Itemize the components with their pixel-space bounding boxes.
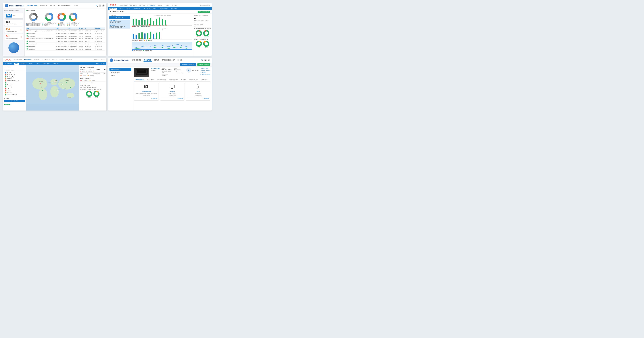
nav3-alarms[interactable]: ALARMS (33, 59, 40, 61)
nav-setup[interactable]: SETUP (50, 5, 56, 7)
devices-label: DEVICES: (80, 69, 86, 70)
calls-tab-endpoints[interactable]: Endpoints (90, 82, 95, 84)
nav2-statistics[interactable]: STATISTICS (147, 4, 156, 6)
add-button[interactable]: ADD (94, 62, 100, 64)
tab3-lines[interactable]: LINES (28, 63, 34, 65)
tree-item[interactable]: IPPBND (4, 78, 25, 80)
nav-dashboard[interactable]: DASHBOARD (27, 5, 38, 7)
calls-tab-devices[interactable]: Devices (80, 82, 84, 84)
tree-item[interactable]: Singapore (4, 84, 25, 86)
nav-monitor[interactable]: MONITOR (40, 5, 48, 7)
calls-tabs: Devices Links Endpoints (80, 82, 106, 84)
network-topology-button[interactable]: Network Topology (197, 63, 210, 66)
nav4-dashboard[interactable]: DASHBOARD (131, 59, 142, 62)
peripheral-connected-1: Connected (161, 97, 183, 99)
bar-group-12 (165, 20, 167, 26)
sidebar-item-devices-status[interactable]: Devices Status (110, 71, 132, 74)
add-filter-button-p3[interactable]: ADD FILTER (4, 100, 25, 102)
active-filter-chip[interactable]: New York (4, 104, 10, 105)
tab3-groups[interactable]: GROUPS (52, 63, 59, 65)
tab2-devices[interactable]: DEVICES (110, 8, 117, 10)
refresh-details-link[interactable]: ⟳ Refresh details (200, 74, 210, 75)
tab4-network-info[interactable]: NETWORK INFO (155, 79, 168, 81)
tree-item[interactable]: IPPBND-TESTtenant (4, 80, 25, 82)
tab4-summary[interactable]: SUMMARY (146, 79, 155, 81)
tab2-pm[interactable]: PM PROFILES (159, 8, 169, 10)
settings-icon[interactable]: ⚙ (99, 5, 101, 7)
restart-link[interactable]: ↻ Restart (200, 72, 210, 73)
tab4-advanced[interactable]: ADVANCED (199, 79, 209, 81)
nav3-network[interactable]: NETWORK (24, 59, 32, 61)
tree-item-label: Devices_Agents (7, 76, 16, 78)
nav2-calls[interactable]: CALLS (157, 4, 163, 6)
nav2-users[interactable]: USERS (164, 4, 170, 6)
successful-donut (203, 30, 209, 36)
tab3-map[interactable]: MAP (14, 63, 19, 65)
tab3-devices[interactable]: DEVICES (20, 63, 27, 65)
tab3-endpoints[interactable]: ENDPOINTS (42, 63, 51, 65)
tab2-lines[interactable]: LINES (118, 8, 124, 10)
update-software-link[interactable]: ↑ Update software (200, 70, 210, 71)
nav2-network[interactable]: NETWORK (129, 4, 138, 6)
tab4-version-info[interactable]: VERSION INFO (168, 79, 180, 81)
tree-item[interactable]: AudioCodes (4, 72, 25, 74)
generate-config-button[interactable]: Generate Configuration (180, 63, 196, 66)
bar-group-6 (147, 19, 150, 26)
nav4-monitor[interactable]: MONITOR (144, 59, 152, 62)
nav4-setup[interactable]: SETUP (154, 59, 160, 62)
calls-tab-links[interactable]: Links (86, 82, 88, 84)
tab2-ad-user[interactable]: AD USER LOCATIONS (142, 8, 157, 10)
tree-item[interactable]: Link (4, 82, 25, 84)
apps-icon[interactable]: ⊞ (102, 5, 104, 7)
svg-point-17 (57, 90, 58, 91)
nav2-alarms[interactable]: ALARMS (138, 4, 146, 6)
tree-item[interactable]: Devices_Agents (4, 76, 25, 78)
nav3-calls[interactable]: CALLS (52, 59, 57, 61)
cell-display: Leon Kramer (26, 40, 55, 43)
nav2-system[interactable]: SYSTEM (171, 4, 178, 6)
tree-item[interactable]: USA (4, 88, 25, 90)
tree-list: AudioCodes BizPhaTenant Devices_Agents I… (4, 72, 25, 96)
peripheral-connected-2: Connected (187, 97, 209, 99)
nav4-troubleshoot[interactable]: TROUBLESHOOT (162, 59, 176, 62)
max-concurrent-val: 3 (194, 22, 211, 23)
auto-refresh-button[interactable]: Stop Auto Refresh (198, 11, 210, 13)
nav-epos[interactable]: EPOS (73, 5, 78, 7)
tab2-sites[interactable]: SITES (125, 8, 130, 10)
tree-item[interactable]: Whatever (4, 92, 25, 94)
tab2-reports[interactable]: REPORTS (170, 8, 178, 10)
add-filter-button[interactable]: ADD FILTER (109, 17, 130, 19)
cell-mac: 000089F4B8C78 (68, 32, 78, 35)
nav-troubleshoot[interactable]: TROUBLESHOOT (57, 5, 71, 7)
tree-item[interactable]: connected Tenant (4, 94, 25, 96)
tab4-peripherals[interactable]: PERIPHERALS (134, 79, 146, 81)
max-concurrent-p3: 6 (96, 87, 96, 88)
nav4-epos[interactable]: EPOS (177, 59, 182, 62)
tree-item[interactable]: Nanning (4, 86, 25, 88)
nav3-users[interactable]: USERS (58, 59, 64, 61)
search-icon[interactable]: 🔍 (96, 5, 98, 7)
p3-failed-donut: Failed (86, 91, 92, 98)
tab4-alarms[interactable]: ALARMS (180, 79, 188, 81)
tree-item[interactable]: Minsk (4, 90, 25, 92)
tab3-sites[interactable]: SITES (35, 63, 40, 65)
p3-good-donut-center (95, 92, 98, 96)
tab3-topology[interactable]: TOPOLOGY (4, 63, 13, 65)
tab2-endpoints[interactable]: ENDPOINTS (132, 8, 141, 10)
search-icon-p4[interactable]: 🔍 (201, 59, 203, 61)
nav3-statistics[interactable]: STATISTICS (42, 59, 50, 61)
map-svg: Israel New York Singapore Australia (26, 65, 79, 111)
tab4-actions-list[interactable]: ACTIONS LIST (188, 79, 199, 81)
tree-item[interactable]: BizPhaTenant (4, 74, 25, 76)
apps-icon-p4[interactable]: ⊞ (208, 59, 210, 61)
nav2-dashboard[interactable]: DASHBOARD (118, 4, 128, 6)
settings-icon-p4[interactable]: ⚙ (204, 59, 207, 61)
topology-search[interactable] (4, 69, 25, 71)
sidebar-item-alarms[interactable]: Alarms (110, 74, 132, 77)
sidebar-item-dashboard[interactable]: DASHBOARD ▲ (110, 68, 132, 71)
svg-point-13 (66, 82, 67, 83)
nav3-system[interactable]: SYSTEM (66, 59, 72, 61)
donut-tenants (45, 13, 53, 21)
collect-logs-link[interactable]: ↓ Collect logs (200, 68, 210, 69)
nav3-dashboard[interactable]: DASHBOARD (12, 59, 22, 61)
